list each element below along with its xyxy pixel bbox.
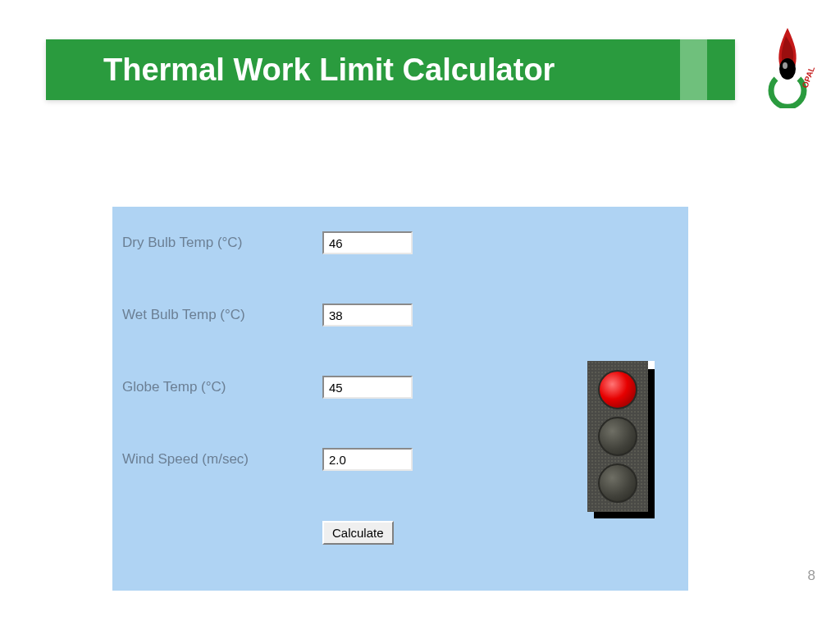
opal-logo: OPAL xyxy=(755,26,819,108)
svg-point-0 xyxy=(779,58,796,80)
traffic-light-indicator xyxy=(587,361,653,517)
field-row-wet-bulb: Wet Bulb Temp (°C) xyxy=(112,279,688,351)
svg-point-1 xyxy=(783,62,788,69)
svg-text:OPAL: OPAL xyxy=(801,66,817,89)
field-label: Dry Bulb Temp (°C) xyxy=(122,235,322,251)
field-label: Wet Bulb Temp (°C) xyxy=(122,307,322,323)
globe-temp-input[interactable] xyxy=(322,376,413,399)
header-bar: Thermal Work Limit Calculator xyxy=(46,39,735,100)
calculate-button[interactable]: Calculate xyxy=(322,521,394,545)
dry-bulb-temp-input[interactable] xyxy=(322,231,413,254)
field-label: Wind Speed (m/sec) xyxy=(122,451,322,468)
page-title: Thermal Work Limit Calculator xyxy=(103,52,555,88)
traffic-light-red xyxy=(598,370,637,409)
traffic-light-green xyxy=(598,463,637,503)
field-label: Globe Temp (°C) xyxy=(122,379,322,395)
page-number: 8 xyxy=(808,568,815,584)
wet-bulb-temp-input[interactable] xyxy=(322,304,413,326)
wind-speed-input[interactable] xyxy=(322,448,413,471)
field-row-dry-bulb: Dry Bulb Temp (°C) xyxy=(112,207,688,279)
traffic-light-amber xyxy=(598,417,637,456)
